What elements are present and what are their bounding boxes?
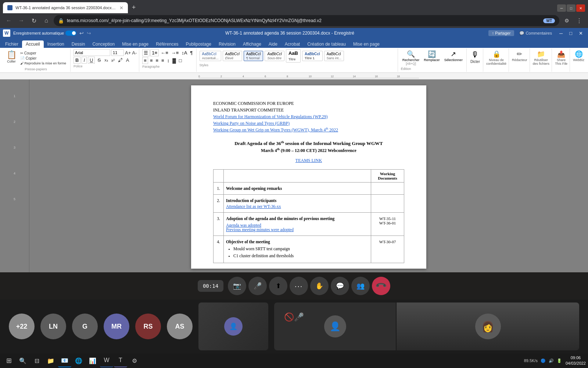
participant-as-avatar[interactable]: AS	[167, 314, 193, 339]
justify-button[interactable]: ≡	[160, 57, 165, 64]
word-close[interactable]: ✕	[577, 31, 585, 36]
style-accentue[interactable]: AaBbCcIAccentué...	[200, 51, 221, 61]
highlight-button[interactable]: 🖍	[117, 57, 124, 63]
participant-count-avatar[interactable]: +22	[9, 314, 35, 339]
chat-button[interactable]: 💬	[331, 277, 349, 295]
font-grow-icon[interactable]: A+	[125, 50, 131, 56]
italic-button[interactable]: I	[82, 57, 87, 64]
selectionner-button[interactable]: ↗ Sélectionner	[443, 49, 464, 66]
doc-link2[interactable]: Working Party on Noise and Tyres (GRBP)	[213, 120, 404, 127]
confidentiality-button[interactable]: 🔒 Niveau de confidentialité	[484, 49, 509, 72]
home-button[interactable]: ⌂	[41, 15, 51, 26]
mic-button[interactable]: 🎤	[248, 277, 267, 295]
redo-icon[interactable]: ↪	[87, 30, 91, 36]
close-window-button[interactable]: ✕	[576, 4, 585, 12]
hang-up-button[interactable]: 📞	[368, 273, 394, 299]
word-maximize[interactable]: □	[567, 31, 574, 36]
font-shrink-icon[interactable]: A-	[132, 50, 137, 56]
style-titre1[interactable]: AaBbCclTitre 1	[302, 51, 323, 61]
tab-accueil[interactable]: Accueil	[22, 40, 44, 48]
camera-button[interactable]: 📷	[228, 277, 246, 295]
task-view-button[interactable]: ⊟	[30, 354, 43, 367]
tab-mise-en-page[interactable]: Mise en page	[118, 40, 152, 48]
style-sans-int[interactable]: AaBbCclSans int...	[324, 51, 344, 61]
tab-aide[interactable]: Aide	[265, 40, 281, 48]
start-button[interactable]: ⊞	[2, 354, 15, 367]
row2-link1[interactable]: Attendance list as per WT-36-xx	[226, 204, 281, 209]
align-left-button[interactable]: ≡	[142, 57, 148, 64]
maximize-button[interactable]: □	[567, 4, 576, 12]
tab-fichier[interactable]: Fichier	[1, 40, 22, 48]
settings-taskbar-button[interactable]: ⚙	[128, 354, 141, 367]
align-right-button[interactable]: ≡	[155, 57, 160, 64]
back-button[interactable]: ←	[4, 15, 14, 26]
sort-button[interactable]: ↕A	[180, 50, 188, 56]
participant-mr-avatar[interactable]: MR	[104, 314, 129, 339]
teams-taskbar-button[interactable]: T	[114, 354, 127, 367]
font-name-input[interactable]	[74, 49, 110, 56]
copier-button[interactable]: 📄 Copier	[19, 56, 67, 61]
tab-references[interactable]: Références	[152, 40, 182, 48]
numbering-button[interactable]: 1≡	[150, 49, 159, 56]
shading-button[interactable]: ▓	[171, 57, 177, 64]
show-marks-button[interactable]: ¶	[189, 50, 194, 56]
row3-link2[interactable]: Previous meeting minutes were adopted	[226, 227, 294, 232]
page-scroll-area[interactable]: ECONOMIC COMMISSION FOR EUROPE INLAND TR…	[29, 79, 588, 275]
share-screen-button[interactable]: ⬆	[269, 277, 287, 295]
more-options-button[interactable]: ⋮	[574, 15, 584, 26]
forward-button[interactable]: →	[16, 15, 26, 26]
word-minimize[interactable]: ─	[557, 31, 565, 36]
volume-icon[interactable]: 🔊	[549, 358, 554, 363]
doc-link1[interactable]: World Forum for Harmonization of Vehicle…	[213, 113, 404, 120]
share-this-file-button[interactable]: 📤 Share This File	[553, 49, 570, 72]
extensions-button[interactable]: ⚙	[562, 15, 572, 26]
share-button[interactable]: ↑ Partager	[488, 30, 514, 36]
rechercher-button[interactable]: 🔍 Rechercher [Alt+Q]	[401, 49, 421, 66]
doc-teams-link[interactable]: TEAMS LINK	[213, 158, 404, 163]
indent-decrease-button[interactable]: ←≡	[159, 50, 169, 56]
new-tab-button[interactable]: +	[129, 2, 139, 13]
tab-close-icon[interactable]: ✕	[119, 5, 123, 11]
couper-button[interactable]: ✂ Couper	[19, 51, 67, 56]
style-sous-titre[interactable]: AaBbCcISous-titre	[265, 51, 284, 61]
strikethrough-button[interactable]: S	[96, 57, 102, 63]
outlook-button[interactable]: 📧	[58, 354, 71, 367]
dicter-button[interactable]: 🎙 Dicter	[467, 49, 483, 72]
refresh-button[interactable]: ↻	[29, 15, 39, 26]
browser-tab[interactable]: WT-36-1 annotated agenda 36 session 2200…	[3, 2, 128, 13]
bold-button[interactable]: B	[74, 57, 80, 64]
bullets-button[interactable]: ☰	[142, 49, 150, 56]
tab-dessin[interactable]: Dessin	[68, 40, 89, 48]
participant-g-avatar[interactable]: G	[72, 314, 98, 339]
participant-rs-avatar[interactable]: RS	[135, 314, 161, 339]
tab-insertion[interactable]: Insertion	[44, 40, 68, 48]
webbiz-button[interactable]: 🌐 WebBiz	[571, 49, 587, 72]
font-color-button[interactable]: A	[125, 57, 130, 63]
tab-affichage[interactable]: Affichage	[239, 40, 265, 48]
participant-ln-avatar[interactable]: LN	[40, 314, 66, 339]
redacteur-button[interactable]: ✏ Rédacteur	[510, 49, 530, 72]
row3-link1[interactable]: Agenda was adopted	[226, 223, 261, 227]
tab-revision[interactable]: Révision	[215, 40, 239, 48]
file-explorer-button[interactable]: 📁	[44, 354, 57, 367]
tab-acrobat[interactable]: Acrobat	[281, 40, 304, 48]
reproduire-button[interactable]: 🖌 Reproduire la mise en forme	[19, 61, 67, 66]
excel-button[interactable]: 📊	[86, 354, 99, 367]
line-spacing-button[interactable]: ↕	[166, 57, 171, 64]
style-eleve[interactable]: AaBbCcIÉlevé	[223, 51, 242, 61]
remplacer-button[interactable]: 🔄 Remplacer	[422, 49, 441, 66]
superscript-button[interactable]: x²	[110, 58, 116, 63]
tab-mise-en-page2[interactable]: Mise en page	[349, 40, 383, 48]
undo-icon[interactable]: ↩	[79, 30, 84, 36]
style-titre[interactable]: AaBTitre	[286, 49, 301, 63]
align-center-button[interactable]: ≡	[149, 57, 154, 64]
borders-button[interactable]: □	[178, 57, 183, 64]
tab-creation-tableau[interactable]: Création de tableau	[304, 40, 349, 48]
auto-save-toggle[interactable]: Enregistrement automatique	[13, 31, 76, 36]
minimize-button[interactable]: ─	[557, 4, 566, 12]
word-taskbar-button[interactable]: W	[100, 354, 113, 367]
indent-increase-button[interactable]: →≡	[170, 50, 180, 56]
address-bar[interactable]: 🔒 teams.microsoft.com/_#/pre-join-callin…	[54, 15, 559, 26]
search-button[interactable]: 🔍	[16, 354, 29, 367]
comments-button[interactable]: 💬 Commentaires	[516, 30, 555, 36]
